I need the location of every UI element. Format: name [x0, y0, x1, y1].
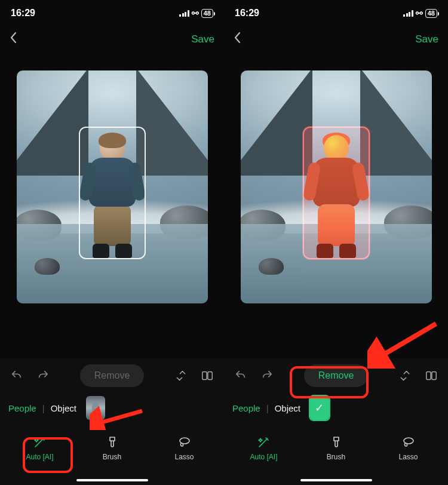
action-row: Remove — [224, 358, 448, 393]
edited-photo[interactable] — [241, 70, 432, 303]
category-people[interactable]: People — [8, 403, 36, 413]
wand-icon — [33, 435, 47, 449]
svg-rect-0 — [202, 372, 207, 380]
link-icon: ⚯ — [416, 8, 423, 18]
back-button[interactable] — [10, 32, 17, 47]
wand-icon — [257, 435, 271, 449]
tool-row: Auto [AI] Brush Lasso — [0, 423, 224, 473]
edited-photo[interactable] — [17, 70, 208, 303]
tool-auto-ai[interactable]: Auto [AI] — [16, 435, 64, 461]
left-screenshot: 16:29 ⚯ 48 Save — [0, 0, 224, 485]
category-object[interactable]: Object — [275, 403, 300, 413]
home-indicator[interactable] — [76, 479, 148, 481]
save-button[interactable]: Save — [191, 33, 214, 45]
save-button[interactable]: Save — [415, 33, 438, 45]
redo-button[interactable] — [32, 365, 54, 386]
selection-box[interactable] — [79, 127, 146, 259]
category-row: People | Object — [0, 393, 224, 423]
status-right: ⚯ 48 — [403, 8, 437, 18]
link-icon: ⚯ — [192, 8, 199, 18]
category-object[interactable]: Object — [51, 403, 76, 413]
chevron-left-icon — [234, 32, 241, 44]
tool-row: Auto [AI] Brush Lasso — [224, 423, 448, 473]
undo-button[interactable] — [6, 365, 27, 386]
compare-button[interactable] — [197, 365, 218, 386]
action-row: Remove — [0, 358, 224, 393]
category-separator: | — [42, 403, 45, 413]
bottom-toolbar: Remove People | Object Auto [AI] Brush — [224, 358, 448, 485]
tool-lasso-label: Lasso — [398, 453, 418, 461]
remove-button[interactable]: Remove — [304, 364, 369, 387]
tool-brush[interactable]: Brush — [88, 435, 136, 461]
collapse-icon — [399, 370, 411, 382]
home-indicator[interactable] — [300, 479, 372, 481]
brush-icon — [105, 435, 119, 449]
tool-brush-label: Brush — [103, 453, 121, 461]
canvas-area[interactable] — [0, 53, 224, 358]
collapse-button[interactable] — [394, 365, 416, 386]
redo-icon — [36, 369, 50, 382]
bottom-toolbar: Remove People | Object Auto [AI] Brush — [0, 358, 224, 485]
canvas-area[interactable] — [224, 53, 448, 358]
status-right: ⚯ 48 — [179, 8, 213, 18]
remove-button[interactable]: Remove — [80, 364, 145, 387]
category-separator: | — [266, 403, 269, 413]
undo-icon — [10, 369, 23, 382]
tool-lasso[interactable]: Lasso — [385, 435, 432, 461]
redo-icon — [260, 369, 274, 382]
compare-icon — [425, 369, 438, 382]
svg-rect-1 — [208, 372, 212, 380]
signal-icon — [179, 10, 189, 17]
collapse-icon — [175, 370, 187, 382]
top-bar: Save — [0, 26, 224, 53]
collapse-button[interactable] — [170, 365, 192, 386]
battery-icon: 48 — [201, 9, 213, 18]
object-thumbnail-selected[interactable] — [310, 396, 329, 420]
tool-auto-label: Auto [AI] — [250, 453, 277, 461]
category-row: People | Object — [224, 393, 448, 423]
back-button[interactable] — [234, 32, 241, 47]
tool-brush[interactable]: Brush — [312, 435, 360, 461]
tool-lasso[interactable]: Lasso — [161, 435, 208, 461]
status-bar: 16:29 ⚯ 48 — [224, 0, 448, 26]
brush-icon — [329, 435, 343, 449]
svg-rect-4 — [432, 372, 436, 380]
battery-icon: 48 — [425, 9, 437, 18]
chevron-left-icon — [10, 32, 17, 44]
status-time: 16:29 — [11, 8, 35, 19]
tool-lasso-label: Lasso — [174, 453, 194, 461]
compare-button[interactable] — [421, 365, 442, 386]
selection-box-active[interactable] — [303, 127, 370, 259]
status-bar: 16:29 ⚯ 48 — [0, 0, 224, 26]
undo-icon — [234, 369, 247, 382]
lasso-icon — [401, 435, 416, 449]
undo-button[interactable] — [230, 365, 251, 386]
svg-rect-3 — [426, 372, 431, 380]
top-bar: Save — [224, 26, 448, 53]
right-screenshot: 16:29 ⚯ 48 Save — [224, 0, 448, 485]
category-people[interactable]: People — [232, 403, 260, 413]
tool-brush-label: Brush — [327, 453, 345, 461]
compare-icon — [201, 369, 214, 382]
lasso-icon — [177, 435, 192, 449]
object-thumbnail[interactable] — [86, 396, 105, 420]
status-time: 16:29 — [235, 8, 259, 19]
tool-auto-ai[interactable]: Auto [AI] — [240, 435, 288, 461]
signal-icon — [403, 10, 413, 17]
redo-button[interactable] — [256, 365, 278, 386]
tool-auto-label: Auto [AI] — [26, 453, 53, 461]
